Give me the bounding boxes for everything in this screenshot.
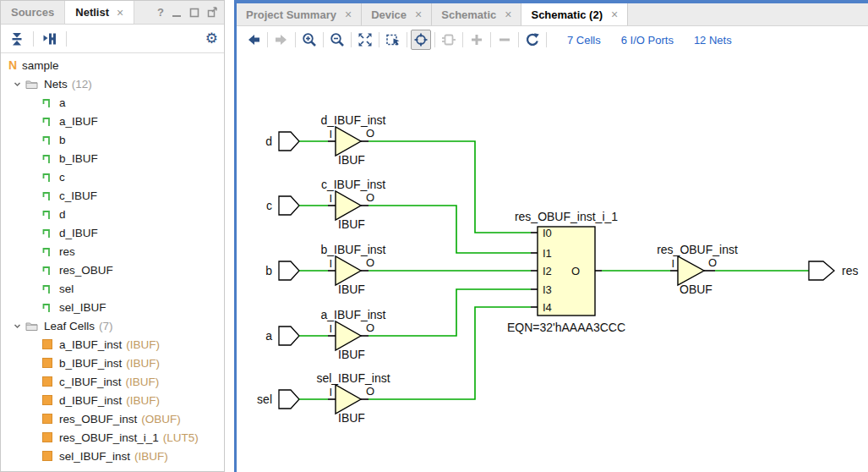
- tree-item-sample[interactable]: N sample: [2, 56, 223, 74]
- tree-item-label: a_IBUF_inst: [59, 338, 122, 351]
- toolbar-separator: [490, 32, 491, 47]
- tree-item-net-d-ibuf[interactable]: d_IBUF: [2, 223, 223, 242]
- tree-item-label: res_OBUF: [59, 264, 113, 277]
- chevron-down-icon[interactable]: [13, 321, 22, 331]
- lut5-cell[interactable]: res_OBUF_inst_i_1 I0 I1 I2 I3 I4 O EQN=3…: [507, 210, 625, 334]
- minimize-icon[interactable]: [172, 8, 182, 18]
- expand-primitives-button[interactable]: [40, 29, 60, 49]
- input-row-b[interactable]: b I O b_IBUF_inst IBUF: [265, 243, 531, 296]
- tree-folder-leaf-cells[interactable]: Leaf Cells (7): [2, 316, 223, 335]
- input-port-shape[interactable]: [279, 261, 299, 280]
- float-icon[interactable]: [207, 7, 218, 18]
- input-row-sel[interactable]: sel I O sel_IBUF_inst IBUF: [257, 307, 531, 425]
- tree-folder-nets[interactable]: Nets (12): [2, 74, 223, 93]
- tab-schematic[interactable]: Schematic ×: [432, 3, 521, 25]
- tree-item-label: a_IBUF: [59, 115, 98, 128]
- tab-schematic-2[interactable]: Schematic (2) ×: [521, 3, 628, 25]
- tree-item-cell-res-obuf-inst-i-1[interactable]: res_OBUF_inst_i_1 (LUT5): [2, 428, 223, 447]
- close-icon[interactable]: ×: [345, 8, 352, 20]
- net-icon: [42, 152, 53, 164]
- add-cell-button[interactable]: [439, 30, 459, 50]
- zoom-out-button[interactable]: [327, 30, 347, 50]
- port-label: b: [265, 264, 272, 277]
- cell-type-label: (IBUF): [126, 394, 160, 407]
- regenerate-button[interactable]: [522, 30, 543, 50]
- tree-item-cell-c-ibuf-inst[interactable]: c_IBUF_inst (IBUF): [2, 372, 223, 391]
- back-button[interactable]: [243, 30, 264, 50]
- tree-item-cell-b-ibuf-inst[interactable]: b_IBUF_inst (IBUF): [2, 354, 223, 372]
- tree-item-net-b-ibuf[interactable]: b_IBUF: [2, 149, 223, 167]
- tab-device[interactable]: Device ×: [362, 3, 432, 25]
- tree-item-net-res[interactable]: res: [2, 242, 223, 261]
- input-port-shape[interactable]: [279, 390, 299, 409]
- ibuf-symbol[interactable]: [336, 127, 361, 156]
- output-row-res[interactable]: I O res_OBUF_inst OBUF res: [657, 243, 858, 296]
- collapse-all-button[interactable]: [7, 29, 27, 49]
- cell-type-label: (LUT5): [163, 431, 199, 444]
- zoom-in-button[interactable]: [299, 30, 319, 50]
- tab-sources[interactable]: Sources: [1, 1, 65, 24]
- tree-item-net-c[interactable]: c: [2, 167, 223, 186]
- tree-item-label: a: [59, 96, 66, 109]
- tree-item-net-d[interactable]: d: [2, 205, 223, 223]
- nets-count-link[interactable]: 12 Nets: [694, 34, 732, 47]
- close-icon[interactable]: ×: [505, 8, 511, 20]
- cell-type-label: IBUF: [338, 217, 365, 231]
- tab-project-summary[interactable]: Project Summary ×: [237, 3, 362, 25]
- settings-gear-icon[interactable]: ⚙: [205, 31, 218, 46]
- tree-item-cell-d-ibuf-inst[interactable]: d_IBUF_inst (IBUF): [2, 391, 223, 409]
- tab-label: Schematic: [441, 8, 496, 21]
- tree-item-net-c-ibuf[interactable]: c_IBUF: [2, 186, 223, 205]
- ibuf-symbol[interactable]: [336, 191, 361, 220]
- tree-folder-count: (7): [99, 320, 113, 332]
- close-icon[interactable]: ×: [415, 8, 422, 20]
- port-label: d: [265, 134, 272, 148]
- input-port-shape[interactable]: [279, 132, 299, 151]
- obuf-symbol[interactable]: [678, 256, 704, 285]
- tree-item-cell-sel-ibuf-inst[interactable]: sel_IBUF_inst (IBUF): [2, 447, 223, 465]
- lut-equation-label: EQN=32'hAAAA3CCC: [507, 321, 625, 334]
- pin-label-i4: I4: [543, 301, 552, 314]
- net-icon: [42, 283, 53, 294]
- tree-item-net-a-ibuf[interactable]: a_IBUF: [2, 112, 223, 130]
- net-wire[interactable]: [368, 141, 531, 233]
- output-port-shape[interactable]: [809, 261, 834, 280]
- input-row-c[interactable]: c I O c_IBUF_inst IBUF: [266, 178, 531, 253]
- cells-count-link[interactable]: 7 Cells: [567, 34, 601, 47]
- tab-netlist[interactable]: Netlist ×: [65, 1, 134, 24]
- tree-item-net-sel[interactable]: sel: [2, 279, 223, 298]
- instance-label: a_IBUF_inst: [320, 308, 385, 321]
- tree-item-net-res-obuf[interactable]: res_OBUF: [2, 261, 223, 279]
- input-row-d[interactable]: d I O d_IBUF_inst IBUF: [265, 113, 531, 233]
- tree-item-cell-res-obuf-inst[interactable]: res_OBUF_inst (OBUF): [2, 409, 223, 428]
- help-icon[interactable]: ?: [157, 6, 164, 19]
- autofit-selection-button[interactable]: [411, 30, 431, 50]
- tree-item-net-b[interactable]: b: [2, 130, 223, 149]
- schematic-canvas[interactable]: d I O d_IBUF_inst IBUF c: [237, 52, 868, 472]
- zoom-fit-button[interactable]: [355, 30, 375, 50]
- plus-button[interactable]: [467, 30, 487, 50]
- input-port-shape[interactable]: [279, 327, 299, 345]
- port-label: a: [265, 329, 272, 343]
- minus-button[interactable]: [494, 30, 515, 50]
- tree-item-label: d_IBUF_inst: [59, 394, 122, 407]
- ibuf-symbol[interactable]: [336, 385, 361, 414]
- cell-type-label: (IBUF): [126, 376, 160, 388]
- close-icon[interactable]: ×: [611, 8, 618, 20]
- zoom-selection-button[interactable]: [383, 30, 403, 50]
- net-icon: [42, 301, 53, 313]
- ibuf-symbol[interactable]: [336, 256, 361, 285]
- tree-item-net-sel-ibuf[interactable]: sel_IBUF: [2, 298, 223, 316]
- chevron-down-icon[interactable]: [13, 80, 22, 89]
- toolbar-separator: [518, 32, 519, 47]
- forward-button[interactable]: [271, 30, 292, 50]
- io-ports-count-link[interactable]: 6 I/O Ports: [621, 34, 674, 47]
- tree-item-cell-a-ibuf-inst[interactable]: a_IBUF_inst (IBUF): [2, 335, 223, 354]
- net-wire[interactable]: [368, 206, 531, 253]
- maximize-icon[interactable]: [189, 8, 199, 18]
- input-row-a[interactable]: a I O a_IBUF_inst IBUF: [265, 289, 531, 361]
- ibuf-symbol[interactable]: [336, 321, 361, 350]
- close-icon[interactable]: ×: [117, 7, 123, 19]
- input-port-shape[interactable]: [279, 196, 299, 215]
- tree-item-net-a[interactable]: a: [2, 93, 223, 112]
